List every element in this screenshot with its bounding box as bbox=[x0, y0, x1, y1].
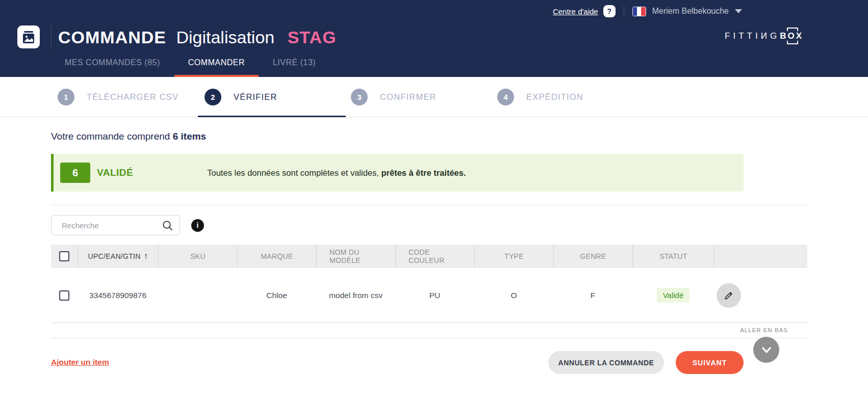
caret-down-icon bbox=[735, 9, 742, 13]
cell-actions bbox=[714, 283, 807, 308]
title-digitalisation: Digitalisation bbox=[176, 28, 274, 47]
cell-genre: F bbox=[553, 291, 632, 300]
title-commande: COMMANDE bbox=[58, 28, 166, 47]
header-code-couleur[interactable]: CODE COULEUR bbox=[395, 245, 474, 268]
validated-count-badge: 6 bbox=[60, 163, 90, 183]
table-row: 3345678909876 Chloe model from csv PU O … bbox=[51, 268, 807, 323]
step-3-circle: 3 bbox=[351, 89, 368, 105]
cell-type: O bbox=[474, 291, 553, 300]
tab-commander[interactable]: COMMANDER bbox=[174, 58, 259, 77]
page-title: COMMANDE Digitalisation STAG bbox=[58, 26, 337, 48]
environment-badge: STAG bbox=[288, 28, 337, 47]
search-row: i bbox=[51, 215, 868, 235]
footer-actions: ALLER EN BAS Ajouter un item ANNULER LA … bbox=[0, 323, 868, 402]
photo-stack-icon bbox=[21, 30, 36, 44]
validated-label: VALIDÉ bbox=[97, 167, 133, 178]
order-summary: Votre commande comprend 6 items bbox=[51, 131, 868, 142]
row-select-cell bbox=[51, 290, 78, 301]
cell-statut: Validé bbox=[632, 288, 714, 303]
table-header-row: UPC/EAN/GTIN ↑ SKU MARQUE NOM DU MODÈLE … bbox=[51, 245, 807, 268]
stepper-divider bbox=[0, 117, 868, 117]
step-expedition[interactable]: 4 EXPÉDITION bbox=[497, 89, 583, 105]
fittingbox-logo: FITTIИGBOX bbox=[725, 31, 803, 41]
header-type[interactable]: TYPE bbox=[474, 245, 553, 268]
user-menu[interactable]: Meriem Belbekouche bbox=[652, 7, 742, 16]
edit-pencil-icon bbox=[723, 290, 734, 301]
app-header: Centre d'aide ? Meriem Belbekouche COMMA… bbox=[0, 0, 868, 77]
header-marque[interactable]: MARQUE bbox=[237, 245, 316, 268]
select-all-cell bbox=[51, 245, 78, 268]
header-sku[interactable]: SKU bbox=[158, 245, 237, 268]
status-badge: Validé bbox=[657, 288, 690, 303]
tab-livre[interactable]: LIVRÉ (13) bbox=[273, 58, 316, 77]
add-item-link[interactable]: Ajouter un item bbox=[51, 358, 109, 367]
search-input[interactable] bbox=[62, 221, 162, 230]
header-statut[interactable]: STATUT bbox=[632, 245, 714, 268]
cell-upc: 3345678909876 bbox=[78, 291, 158, 300]
logo-divider bbox=[51, 25, 52, 49]
items-table: UPC/EAN/GTIN ↑ SKU MARQUE NOM DU MODÈLE … bbox=[51, 245, 807, 323]
step-verifier[interactable]: 2 VÉRIFIER bbox=[205, 89, 277, 105]
step-2-circle: 2 bbox=[205, 89, 221, 105]
step-4-circle: 4 bbox=[497, 89, 514, 105]
footer-divider bbox=[51, 338, 807, 338]
header-actions bbox=[714, 245, 807, 268]
section-divider bbox=[51, 205, 807, 205]
utility-bar: Centre d'aide ? Meriem Belbekouche bbox=[553, 5, 742, 18]
edit-row-button[interactable] bbox=[717, 283, 741, 308]
help-question-icon[interactable]: ? bbox=[603, 5, 616, 17]
tab-mes-commandes[interactable]: MES COMMANDES (85) bbox=[65, 58, 160, 77]
next-button[interactable]: SUIVANT bbox=[676, 351, 744, 374]
header-nom-du-modele[interactable]: NOM DU MODÈLE bbox=[316, 245, 395, 268]
cancel-order-button[interactable]: ANNULER LA COMMANDE bbox=[548, 351, 664, 374]
info-icon[interactable]: i bbox=[191, 219, 204, 232]
validation-message: Toutes les données sont complètes et val… bbox=[207, 168, 466, 178]
header-upc[interactable]: UPC/EAN/GTIN ↑ bbox=[78, 245, 158, 268]
french-flag-icon bbox=[632, 7, 646, 16]
step-confirmer[interactable]: 3 CONFIRMER bbox=[351, 89, 437, 105]
header-genre[interactable]: GENRE bbox=[553, 245, 632, 268]
cell-code-couleur: PU bbox=[395, 291, 474, 300]
active-step-underline bbox=[198, 116, 346, 117]
step-1-circle: 1 bbox=[58, 89, 74, 105]
user-name: Meriem Belbekouche bbox=[652, 7, 729, 16]
main-tabs: MES COMMANDES (85) COMMANDER LIVRÉ (13) bbox=[65, 58, 330, 77]
cell-marque: Chloe bbox=[237, 291, 316, 300]
search-box bbox=[51, 215, 180, 235]
item-count: 6 items bbox=[173, 131, 206, 142]
chevron-down-icon bbox=[760, 343, 773, 357]
help-center-link[interactable]: Centre d'aide bbox=[553, 7, 598, 16]
row-checkbox[interactable] bbox=[59, 290, 69, 301]
step-telecharger-csv[interactable]: 1 TÉLÉCHARGER CSV bbox=[58, 89, 178, 105]
cell-nom-du-modele: model from csv bbox=[316, 291, 395, 300]
select-all-checkbox[interactable] bbox=[59, 251, 69, 261]
scroll-to-bottom-button[interactable] bbox=[753, 337, 779, 363]
validation-banner: 6 VALIDÉ Toutes les données sont complèt… bbox=[51, 154, 744, 192]
sort-asc-icon: ↑ bbox=[144, 251, 148, 261]
scroll-hint-label: ALLER EN BAS bbox=[740, 327, 788, 333]
search-icon[interactable] bbox=[162, 220, 173, 231]
app-logo bbox=[17, 25, 40, 48]
order-stepper: 1 TÉLÉCHARGER CSV 2 VÉRIFIER 3 CONFIRMER… bbox=[0, 77, 868, 117]
utility-divider bbox=[624, 6, 624, 17]
